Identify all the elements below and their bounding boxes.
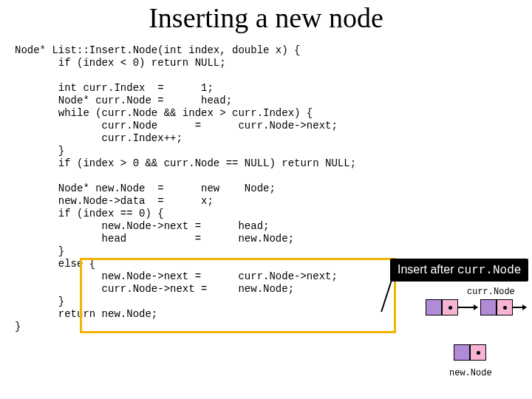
- ptr-dot: [449, 306, 452, 310]
- ll-node-curr: [426, 299, 458, 316]
- callout-insert-after: Insert after curr.Node: [390, 259, 528, 282]
- slide-title: Inserting a new node: [0, 1, 532, 34]
- ll-node-new: [454, 344, 486, 361]
- callout-prefix: Insert after: [398, 263, 457, 276]
- ptr-dot: [503, 306, 507, 310]
- ll-cell-ptr: [470, 344, 486, 361]
- label-new-node: new.Node: [449, 368, 492, 378]
- callout-connector: [381, 278, 393, 312]
- ll-cell-ptr: [497, 299, 513, 316]
- ll-cell-ptr: [442, 299, 458, 316]
- ll-cell-data: [426, 299, 442, 316]
- ll-node-next: [480, 299, 513, 316]
- arrow-next-out: [513, 307, 526, 308]
- ptr-dot: [477, 351, 480, 355]
- callout-mono: curr.Node: [457, 264, 521, 277]
- label-curr-node: curr.Node: [467, 287, 515, 297]
- arrow-curr-next: [458, 307, 477, 308]
- code-block: Node* List::Insert.Node(int index, doubl…: [15, 44, 356, 333]
- ll-cell-data: [454, 344, 470, 361]
- ll-cell-data: [480, 299, 497, 316]
